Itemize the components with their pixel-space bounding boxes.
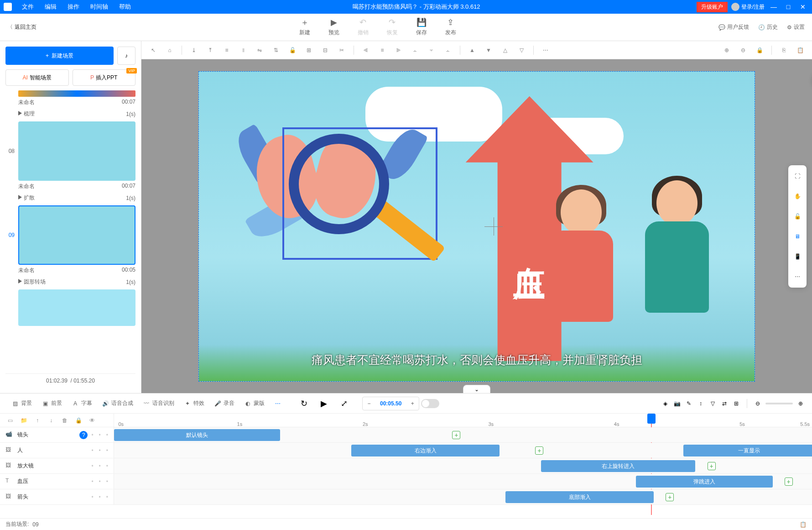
track-lane[interactable]: 右边渐入一直显示+	[114, 443, 812, 458]
lock-icon[interactable]: 🔓	[286, 44, 299, 57]
home-tool[interactable]: ⌂	[163, 44, 176, 57]
play-button[interactable]: ▶	[317, 396, 331, 411]
close-button[interactable]: ✕	[797, 3, 808, 10]
sort-asc-icon[interactable]: ↑	[33, 416, 42, 425]
add-keyframe-button[interactable]: +	[535, 446, 543, 455]
lock-all-icon[interactable]: 🔒	[74, 416, 83, 425]
canvas-viewport[interactable]: 血压 痛风患者不宜经常喝苏打水，否则会使血压升高，并加重肾脏负担	[141, 59, 812, 393]
add-keyframe-button[interactable]: +	[785, 478, 793, 486]
time-input[interactable]: − 00:05.50 +	[362, 397, 419, 410]
new-scene-button[interactable]: +新建场景	[5, 47, 114, 65]
unlock-tool[interactable]: 🔓	[790, 209, 805, 224]
timeline-ruler[interactable]: 0s 1s 2s 3s 4s 5s 5.5s	[114, 414, 812, 427]
add-keyframe-button[interactable]: +	[452, 431, 460, 439]
snap-toggle[interactable]	[421, 399, 439, 408]
align-top-icon[interactable]: ⤒	[204, 44, 217, 57]
visible-icon[interactable]: 👁	[88, 416, 97, 425]
forward-icon[interactable]: △	[499, 44, 511, 57]
desktop-view-tool[interactable]: 🖥	[790, 229, 805, 244]
hand-tool[interactable]: ✋	[790, 189, 805, 204]
timeline-clip[interactable]: 默认镜头	[114, 429, 280, 441]
scene-item[interactable]	[5, 289, 135, 326]
timeline-clip[interactable]: 弹跳进入	[636, 476, 772, 488]
scene-item[interactable]: 未命名00:07 梳理1(s)	[5, 90, 135, 120]
menu-action[interactable]: 操作	[62, 3, 85, 11]
tts-tool[interactable]: 🔊语音合成	[98, 398, 137, 409]
track-name[interactable]: 镜头	[17, 431, 76, 439]
bg-tool[interactable]: ▨背景	[7, 398, 36, 409]
track-options[interactable]: •••	[91, 463, 108, 469]
history-button[interactable]: 🕘历史	[758, 23, 778, 31]
scene-thumbnail[interactable]	[18, 121, 135, 181]
scene-item[interactable]: 09 未命名00:05 圆形转场1(s)	[5, 205, 135, 288]
scene-thumbnail-active[interactable]	[18, 205, 135, 265]
insert-ppt-button[interactable]: P插入PPTVIP	[73, 69, 136, 86]
track-lane[interactable]: 弹跳进入一直显示+	[114, 474, 812, 489]
magnifier-element-selected[interactable]	[282, 127, 437, 260]
align-right-icon[interactable]: ⫸	[392, 44, 405, 57]
track-lane[interactable]: 右上旋转进入一直显示+	[114, 458, 812, 473]
add-track-icon[interactable]: ▭	[5, 416, 15, 425]
more-tool[interactable]: ⋯	[270, 398, 286, 409]
filter-icon[interactable]: ▽	[708, 399, 717, 408]
folder-icon[interactable]: 📁	[19, 416, 28, 425]
keyframe-icon[interactable]: ◈	[661, 399, 669, 408]
lock-view-icon[interactable]: 🔒	[753, 44, 766, 57]
zoom-in-icon[interactable]: ⊕	[720, 44, 733, 57]
link-icon[interactable]: ⇄	[720, 399, 729, 408]
more-icon[interactable]: ⋯	[539, 44, 552, 57]
fg-tool[interactable]: ▣前景	[37, 398, 66, 409]
upgrade-button[interactable]: 升级账户	[697, 2, 728, 12]
camera-icon[interactable]: 📷	[673, 399, 681, 408]
track-name[interactable]: 人	[17, 446, 88, 454]
add-keyframe-button[interactable]: +	[708, 462, 716, 470]
subtitle-tool[interactable]: A字幕	[68, 398, 96, 409]
track-options[interactable]: •••	[91, 432, 108, 438]
person-2[interactable]	[627, 180, 727, 381]
send-back-icon[interactable]: ▼	[482, 44, 495, 57]
preview-button[interactable]: ▶预览	[328, 18, 339, 37]
track-name[interactable]: 血压	[17, 478, 88, 485]
sort-desc-icon[interactable]: ↓	[47, 416, 56, 425]
playhead[interactable]	[647, 414, 656, 424]
track-name[interactable]: 箭头	[17, 493, 88, 501]
track-options[interactable]: •••	[91, 478, 108, 485]
scene-item[interactable]: 08 未命名00:07 扩散1(s)	[5, 121, 135, 204]
track-lane[interactable]: 默认镜头+	[114, 427, 812, 442]
minimize-button[interactable]: —	[768, 3, 779, 10]
bring-front-icon[interactable]: ▲	[466, 44, 479, 57]
clipboard-icon[interactable]: 📋	[800, 521, 807, 528]
track-lane[interactable]: 底部渐入一直显示+	[114, 489, 812, 504]
align-left-icon[interactable]: ⫷	[359, 44, 372, 57]
record-tool[interactable]: 🎤录音	[210, 398, 238, 409]
canvas-stage[interactable]: 血压 痛风患者不宜经常喝苏打水，否则会使血压升高，并加重肾脏负担	[198, 71, 755, 382]
publish-button[interactable]: ⇪发布	[445, 18, 456, 37]
align-top2-icon[interactable]: ⫠	[409, 44, 422, 57]
menu-edit[interactable]: 编辑	[39, 3, 62, 11]
time-plus-button[interactable]: +	[406, 397, 419, 410]
track-name[interactable]: 放大镜	[17, 462, 88, 470]
ai-scene-button[interactable]: AI智能场景	[5, 69, 69, 86]
timeline-clip[interactable]: 右边渐入	[351, 445, 500, 457]
track-options[interactable]: •••	[91, 494, 108, 500]
fx-tool[interactable]: ✦特效	[180, 398, 208, 409]
rewind-button[interactable]: ↻	[297, 396, 311, 411]
mask-tool[interactable]: ◐蒙版	[240, 398, 268, 409]
feedback-button[interactable]: 💬用户反馈	[718, 23, 749, 31]
ungroup-icon[interactable]: ⊟	[319, 44, 332, 57]
subtitle-text[interactable]: 痛风患者不宜经常喝苏打水，否则会使血压升高，并加重肾脏负担	[312, 352, 642, 367]
menu-timeline[interactable]: 时间轴	[85, 3, 114, 11]
timeline-clip[interactable]: 底部渐入	[505, 491, 654, 503]
track-options[interactable]: •••	[91, 447, 108, 454]
mobile-view-tool[interactable]: 📱	[790, 249, 805, 264]
distribute-v-icon[interactable]: ≡	[220, 44, 233, 57]
undo-button[interactable]: ↶撤销	[358, 18, 369, 37]
backward-icon[interactable]: ▽	[515, 44, 528, 57]
menu-help[interactable]: 帮助	[114, 3, 136, 11]
timeline-clip[interactable]: 右上旋转进入	[541, 460, 695, 472]
expand-button[interactable]: ⤢	[337, 396, 351, 411]
align-bottom-icon[interactable]: ⤓	[187, 44, 200, 57]
time-minus-button[interactable]: −	[363, 397, 375, 410]
zoom-out-tl-icon[interactable]: ⊖	[754, 399, 762, 408]
align-center-icon[interactable]: ≡	[376, 44, 389, 57]
